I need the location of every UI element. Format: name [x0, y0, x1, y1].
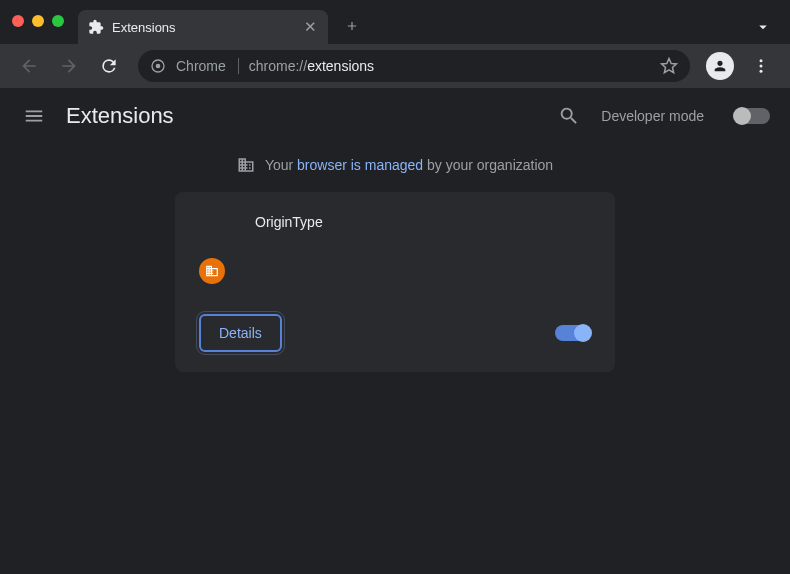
address-bar[interactable]: Chrome chrome://extensions [138, 50, 690, 82]
tab-strip: Extensions ✕ [0, 0, 790, 44]
close-tab-button[interactable]: ✕ [302, 19, 318, 35]
developer-mode-toggle[interactable] [734, 108, 770, 124]
puzzle-icon [88, 19, 104, 35]
extension-enable-toggle[interactable] [555, 325, 591, 341]
forward-button[interactable] [52, 49, 86, 83]
window-controls [12, 15, 64, 27]
managed-banner: Your browser is managed by your organiza… [0, 144, 790, 192]
extension-card-header: OriginType [199, 212, 591, 284]
window-maximize-button[interactable] [52, 15, 64, 27]
browser-toolbar: Chrome chrome://extensions [0, 44, 790, 88]
chrome-icon [150, 58, 166, 74]
svg-point-3 [760, 65, 763, 68]
svg-point-4 [760, 70, 763, 73]
window-close-button[interactable] [12, 15, 24, 27]
browser-menu-button[interactable] [744, 49, 778, 83]
extensions-grid: OriginType Details [0, 192, 790, 372]
search-extensions-button[interactable] [555, 102, 583, 130]
managed-badge-icon [199, 258, 225, 284]
managed-link[interactable]: browser is managed [297, 157, 423, 173]
main-menu-button[interactable] [20, 102, 48, 130]
extension-name: OriginType [255, 214, 323, 230]
browser-tab[interactable]: Extensions ✕ [78, 10, 328, 44]
omnibox-url: chrome://extensions [249, 58, 374, 74]
svg-point-1 [156, 64, 161, 69]
new-tab-button[interactable] [338, 12, 366, 40]
extension-card-footer: Details [199, 314, 591, 352]
profile-button[interactable] [706, 52, 734, 80]
extension-icon [199, 212, 235, 248]
building-icon [237, 156, 255, 174]
details-button[interactable]: Details [199, 314, 282, 352]
tab-title: Extensions [112, 20, 294, 35]
extension-icon-column [199, 212, 235, 284]
extensions-page-header: Extensions Developer mode [0, 88, 790, 144]
svg-point-2 [760, 59, 763, 62]
omnibox-chip-label: Chrome [176, 58, 239, 74]
window-minimize-button[interactable] [32, 15, 44, 27]
managed-banner-text: Your browser is managed by your organiza… [265, 157, 553, 173]
back-button[interactable] [12, 49, 46, 83]
tabs-overflow-button[interactable] [754, 18, 772, 36]
developer-mode-label: Developer mode [601, 108, 704, 124]
bookmark-star-icon[interactable] [660, 57, 678, 75]
extension-card: OriginType Details [175, 192, 615, 372]
page-title: Extensions [66, 103, 537, 129]
reload-button[interactable] [92, 49, 126, 83]
